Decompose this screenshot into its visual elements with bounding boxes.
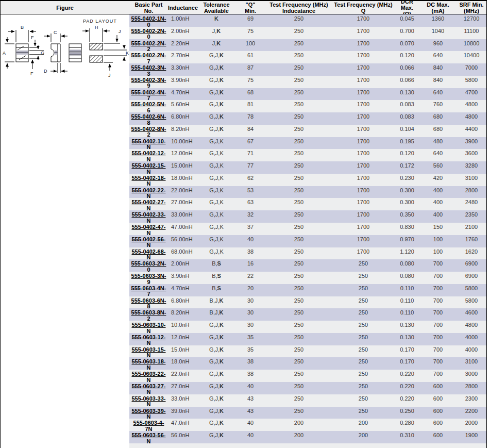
solder-pad-top	[90, 43, 103, 50]
part-number-cell: 555-0603-22-N	[129, 370, 168, 382]
dcr-max-value: 0.172	[395, 161, 419, 174]
dc-max-value: 400	[419, 198, 457, 210]
part-number-link[interactable]: 555-0603-56-N	[129, 433, 168, 443]
part-number-cell: 555-0402-47-N	[129, 223, 168, 235]
part-number-link[interactable]: 555-0402-2N-2	[129, 41, 168, 52]
table-rows: 555-0402-1N-0 1.00nH K 69 250 1700 0.045…	[129, 14, 486, 448]
inductance-value: 3.30nH	[168, 63, 198, 76]
inductance-value: 33.00nH	[168, 210, 198, 223]
part-number-link[interactable]: 555-0402-3N-3	[129, 65, 168, 76]
part-number-link[interactable]: 555-0402-33-N	[129, 212, 168, 223]
part-number-link[interactable]: 555-0402-2N-0	[129, 28, 168, 39]
part-number-link[interactable]: 555-0402-68-N	[129, 249, 168, 260]
q-min-value: 32	[235, 210, 266, 223]
test-freq-q-value: 1700	[332, 88, 395, 101]
tolerance-value: B,J,K	[198, 308, 235, 321]
tolerance-value: G,J,K	[198, 235, 235, 247]
part-number-link[interactable]: 555-0402-3N-9	[129, 77, 168, 88]
dcr-max-value: 0.130	[395, 88, 419, 101]
srf-min-value: 4400	[457, 125, 486, 137]
test-freq-inductance-value: 200	[266, 431, 332, 443]
part-number-link[interactable]: 555-0603-27-N	[129, 384, 168, 394]
part-number-link[interactable]: 555-0402-8N-2	[129, 126, 168, 137]
part-number-link[interactable]: 555-0603-8N-2	[129, 310, 168, 321]
q-min-value: 30	[235, 321, 266, 333]
part-number-link[interactable]: 555-0603-18-N	[129, 359, 168, 370]
test-freq-q-value: 1700	[332, 51, 395, 63]
part-number-link[interactable]: 555-0603-22-N	[129, 371, 168, 382]
part-number-link[interactable]: 555-0402-15-N	[129, 163, 168, 174]
srf-min-value: 1620	[457, 247, 486, 260]
col-header-test-freq-inductance: Test Frequency (MHz) Inducatance	[266, 1, 332, 14]
inductance-value: 27.0nH	[168, 382, 198, 394]
part-number-link[interactable]: 555-0402-2N-7	[129, 53, 168, 63]
part-number-link[interactable]: 555-0402-5N-6	[129, 102, 168, 112]
part-number-link[interactable]: 555-0603-10-N	[129, 322, 168, 333]
dim-label-f-bottom: F	[30, 71, 33, 76]
part-number-link[interactable]: 555-0402-56-N	[129, 237, 168, 247]
part-number-link[interactable]: 555-0402-6N-8	[129, 114, 168, 125]
test-freq-q-value: 1700	[332, 247, 395, 260]
part-number-link[interactable]: 555-0402-47-N	[129, 224, 168, 235]
inductance-value: 56.00nH	[168, 235, 198, 247]
test-freq-inductance-value: 250	[266, 296, 332, 309]
tolerance-value: G,J,K	[198, 149, 235, 161]
part-number-cell: 555-0402-5N-6	[129, 100, 168, 112]
part-number-link[interactable]: 555-0603-4-7N	[129, 420, 168, 431]
part-number-link[interactable]: 555-0402-22-N	[129, 188, 168, 198]
tolerance-value: J,K	[198, 39, 235, 52]
srf-min-value: 2480	[457, 198, 486, 210]
part-number-cell: 555-0402-10-N	[129, 137, 168, 150]
q-min-value: 35	[235, 333, 266, 345]
q-min-value: 87	[235, 63, 266, 76]
part-number-cell: 555-0402-8N-2	[129, 125, 168, 137]
part-number-link[interactable]: 555-0603-33-N	[129, 396, 168, 407]
table-row: 555-0402-68-N 68.00nH G,J,K 38 250 1700 …	[129, 247, 486, 260]
part-number-link[interactable]: 555-0402-12-N	[129, 151, 168, 161]
part-number-link[interactable]: 555-0402-18-N	[129, 175, 168, 186]
part-number-cell: 555-0402-3N-3	[129, 63, 168, 76]
part-number-cell: 555-0402-6N-8	[129, 112, 168, 125]
dcr-max-value: 0.250	[395, 407, 419, 419]
q-min-value: 20	[235, 284, 266, 296]
dc-max-value: 640	[419, 51, 457, 63]
table-header-row: Figure Basic Part No. Inductance Toleran…	[1, 1, 486, 14]
q-min-value: 22	[235, 272, 266, 284]
dcr-max-value: 0.066	[395, 63, 419, 76]
inductance-value: 1.00nH	[168, 14, 198, 27]
tolerance-value: G,J,K	[198, 394, 235, 407]
table-row: 555-0603-12-N 12.0nH G,J,K 35 250 250 0.…	[129, 333, 486, 345]
dim-label-b: B	[21, 25, 24, 30]
part-number-link[interactable]: 555-0603-12-N	[129, 335, 168, 345]
test-freq-q-value: 1700	[332, 198, 395, 210]
body-stripe	[70, 51, 81, 52]
srf-min-value: 2800	[457, 186, 486, 198]
test-freq-inductance-value: 250	[266, 382, 332, 394]
part-number-link[interactable]: 555-0603-6N-8	[129, 298, 168, 309]
srf-min-value: 4800	[457, 321, 486, 333]
dc-max-value: 100	[419, 247, 457, 260]
test-freq-q-value: 250	[332, 296, 395, 309]
inductance-value: 22.0nH	[168, 370, 198, 382]
part-number-cell: 555-0402-2N-0	[129, 27, 168, 39]
part-number-link[interactable]: 555-0402-10-N	[129, 139, 168, 150]
part-number-link[interactable]: 555-0402-4N-7	[129, 90, 168, 101]
part-number-link[interactable]: 555-0603-15-N	[129, 347, 168, 358]
part-number-link[interactable]: 555-0603-3N-9	[129, 273, 168, 284]
part-number-link[interactable]: 555-0603-39-N	[129, 408, 168, 419]
srf-min-value: 5800	[457, 284, 486, 296]
part-number-cell: 555-0603-27-N	[129, 382, 168, 394]
part-number-link[interactable]: 555-0402-27-N	[129, 200, 168, 210]
test-freq-inductance-value: 250	[266, 76, 332, 88]
part-number-cell: 555-0603-4N-7	[129, 284, 168, 296]
test-freq-q-value: 200	[332, 431, 395, 443]
test-freq-inductance-value: 250	[266, 357, 332, 370]
tolerance-value: G,J,K	[198, 247, 235, 260]
part-number-link[interactable]: 555-0603-2N-0	[129, 261, 168, 272]
tolerance-value: B,S	[198, 284, 235, 296]
table-row: 555-0603-4-7N 47.0nH G,J,K 40 200 200 0.…	[129, 419, 486, 431]
part-number-link[interactable]: 555-0402-1N-0	[129, 16, 168, 27]
part-number-link[interactable]: 555-0603-4N-7	[129, 286, 168, 296]
inductance-value: 2.00nH	[168, 259, 198, 272]
parts-catalog-page: Figure Basic Part No. Inductance Toleran…	[0, 0, 490, 448]
